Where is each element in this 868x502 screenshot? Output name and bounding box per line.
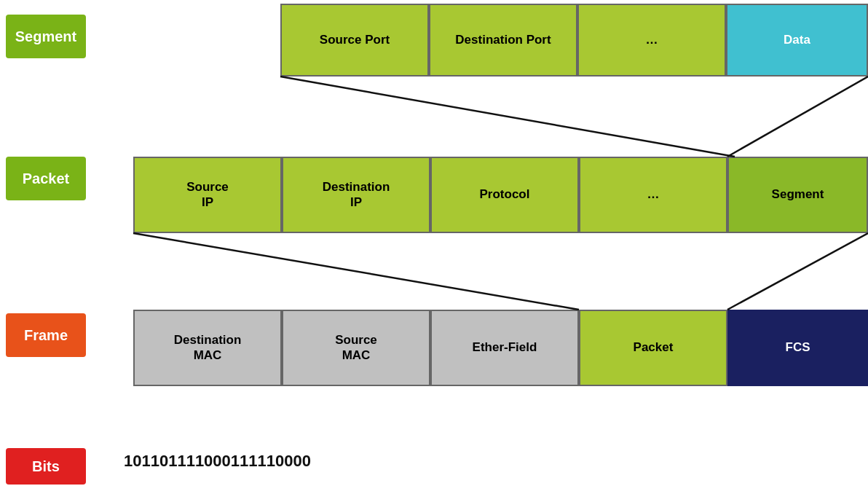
segment-row: Source Port Destination Port … Data bbox=[280, 4, 868, 77]
packet-protocol-label: Protocol bbox=[480, 187, 530, 202]
frame-source-mac-label: SourceMAC bbox=[335, 333, 377, 363]
frame-packet: Packet bbox=[579, 310, 727, 386]
packet-segment-label: Segment bbox=[772, 187, 824, 202]
segment-label: Segment bbox=[6, 15, 86, 58]
frame-label: Frame bbox=[6, 313, 86, 357]
packet-dest-ip-label: DestinationIP bbox=[323, 180, 390, 210]
packet-label: Packet bbox=[6, 157, 86, 200]
segment-source-port-label: Source Port bbox=[320, 33, 390, 47]
frame-source-mac: SourceMAC bbox=[282, 310, 430, 386]
svg-line-1 bbox=[727, 77, 868, 157]
packet-row: SourceIP DestinationIP Protocol … Segmen… bbox=[133, 157, 868, 233]
segment-label-text: Segment bbox=[15, 28, 76, 45]
segment-data: Data bbox=[726, 4, 868, 77]
segment-dest-port: Destination Port bbox=[429, 4, 577, 77]
segment-dest-port-label: Destination Port bbox=[455, 33, 551, 47]
bits-label: Bits bbox=[6, 448, 86, 485]
svg-line-0 bbox=[280, 77, 735, 157]
packet-source-ip: SourceIP bbox=[133, 157, 282, 233]
diagram-container: Segment Packet Frame Bits Source Port De… bbox=[0, 0, 868, 502]
svg-line-2 bbox=[133, 233, 579, 310]
packet-ellipsis-label: … bbox=[647, 187, 660, 202]
bits-value: 101101111000111110000 bbox=[124, 452, 311, 471]
frame-fcs-label: FCS bbox=[786, 340, 810, 355]
segment-source-port: Source Port bbox=[280, 4, 429, 77]
frame-ether-field-label: Ether-Field bbox=[473, 340, 537, 355]
svg-line-3 bbox=[727, 233, 868, 310]
segment-data-label: Data bbox=[784, 33, 810, 47]
bits-value-text: 101101111000111110000 bbox=[124, 452, 311, 470]
packet-segment: Segment bbox=[727, 157, 868, 233]
packet-dest-ip: DestinationIP bbox=[282, 157, 430, 233]
frame-dest-mac: DestinationMAC bbox=[133, 310, 282, 386]
frame-ether-field: Ether-Field bbox=[430, 310, 579, 386]
frame-label-text: Frame bbox=[24, 327, 68, 344]
frame-row: DestinationMAC SourceMAC Ether-Field Pac… bbox=[133, 310, 868, 386]
bits-label-text: Bits bbox=[32, 458, 60, 475]
segment-ellipsis: … bbox=[577, 4, 726, 77]
frame-packet-label: Packet bbox=[634, 340, 674, 355]
segment-ellipsis-label: … bbox=[646, 33, 658, 47]
packet-source-ip-label: SourceIP bbox=[186, 180, 229, 210]
frame-dest-mac-label: DestinationMAC bbox=[174, 333, 242, 363]
packet-label-text: Packet bbox=[23, 170, 70, 187]
packet-ellipsis: … bbox=[579, 157, 727, 233]
frame-fcs: FCS bbox=[727, 310, 868, 386]
packet-protocol: Protocol bbox=[430, 157, 579, 233]
